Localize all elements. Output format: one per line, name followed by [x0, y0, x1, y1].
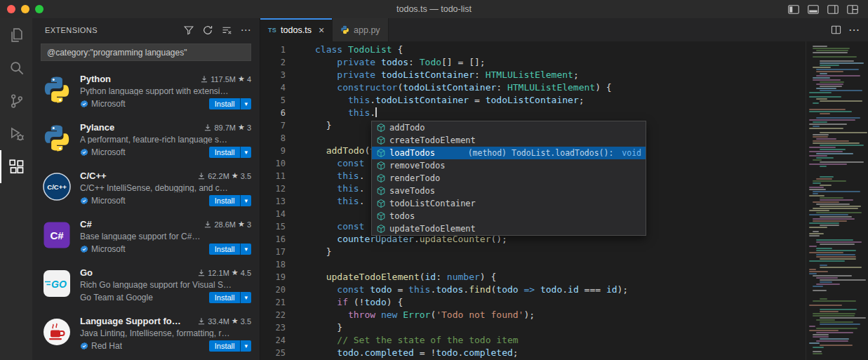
suggest-item[interactable]: saveTodos — [372, 185, 646, 197]
line-number[interactable]: 17 — [260, 246, 286, 258]
extension-list-item[interactable]: Pylance 89.7M ★ 3 A performant, feature-… — [32, 116, 260, 164]
line-number[interactable]: 24 — [260, 334, 286, 347]
line-number[interactable]: 16 — [260, 233, 286, 246]
install-button[interactable]: Install ▾ — [209, 195, 251, 206]
install-dropdown-chevron[interactable]: ▾ — [240, 292, 251, 303]
activity-explorer[interactable] — [0, 18, 32, 51]
install-button[interactable]: Install ▾ — [209, 147, 251, 158]
toggle-primary-sidebar-icon[interactable] — [788, 5, 799, 14]
line-number[interactable]: 15 — [260, 220, 286, 233]
minimap-line — [820, 199, 853, 201]
line-number[interactable]: 19 — [260, 271, 286, 284]
line-number[interactable]: 9 — [260, 145, 286, 157]
line-number[interactable]: 13 — [260, 195, 286, 208]
extension-list-item[interactable]: GO Go 12.1M ★ 4.5 Rich Go language suppo… — [32, 261, 260, 309]
tab-todos-ts[interactable]: TS todos.ts × — [260, 18, 333, 41]
install-button[interactable]: Install ▾ — [209, 292, 251, 303]
code-line[interactable]: class TodoList { — [315, 44, 806, 56]
install-button[interactable]: Install ▾ — [209, 340, 251, 352]
minimap[interactable] — [806, 41, 868, 360]
editor-more-actions-icon[interactable]: ⋯ — [848, 25, 860, 35]
line-number[interactable]: 10 — [260, 157, 286, 170]
code-line[interactable]: todo.completed = !todo.completed; — [315, 347, 806, 359]
code-line[interactable]: if (!todo) { — [315, 296, 806, 309]
line-number[interactable]: 2 — [260, 56, 286, 69]
filter-icon[interactable] — [182, 23, 196, 37]
line-number[interactable]: 22 — [260, 309, 286, 321]
line-number[interactable]: 6 — [260, 107, 286, 119]
tab-bar: TS todos.ts × app.py ⋯ — [260, 18, 868, 41]
install-dropdown-chevron[interactable]: ▾ — [240, 98, 251, 109]
minimap-line — [820, 265, 827, 266]
close-window-button[interactable] — [7, 5, 15, 13]
code-line[interactable]: // Set the state of the todo item — [315, 334, 806, 347]
code-line[interactable]: this. — [315, 107, 806, 119]
suggest-item[interactable]: todos — [372, 210, 646, 222]
line-number[interactable]: 21 — [260, 296, 286, 309]
suggest-item[interactable]: loadTodos (method) TodoList.loadTodos():… — [372, 147, 646, 159]
code-line[interactable] — [315, 258, 806, 271]
toggle-panel-icon[interactable] — [808, 5, 819, 14]
code-line[interactable]: constructor(todoListContainer: HTMLUList… — [315, 81, 806, 94]
code-line[interactable]: updateTodoElement(id: number) { — [315, 271, 806, 284]
line-number[interactable]: 20 — [260, 284, 286, 296]
install-button[interactable]: Install ▾ — [209, 244, 251, 255]
code-line[interactable]: throw new Error('Todo not found'); — [315, 309, 806, 321]
line-number[interactable]: 11 — [260, 170, 286, 182]
extension-list-item[interactable]: C/C++ C/C++ 62.2M ★ 3.5 C/C++ IntelliSen… — [32, 164, 260, 213]
code-line[interactable]: } — [315, 321, 806, 334]
line-number[interactable]: 1 — [260, 44, 286, 56]
suggest-item[interactable]: removeTodos — [372, 159, 646, 172]
line-number[interactable]: 14 — [260, 208, 286, 220]
tab-app-py[interactable]: app.py — [333, 18, 389, 41]
close-tab-icon[interactable]: × — [319, 25, 324, 35]
line-number[interactable]: 25 — [260, 347, 286, 359]
minimize-window-button[interactable] — [21, 5, 29, 13]
code-line[interactable]: const todo = this.todos.find(todo => tod… — [315, 284, 806, 296]
code-line[interactable]: } — [315, 246, 806, 258]
install-dropdown-chevron[interactable]: ▾ — [240, 195, 251, 206]
extension-list-item[interactable]: Language Support fo… 33.4M ★ 3.5 Java Li… — [32, 309, 260, 358]
extension-list-item[interactable]: C# C# 28.6M ★ 3 Base language support fo… — [32, 213, 260, 261]
zoom-window-button[interactable] — [35, 5, 44, 13]
line-number[interactable]: 23 — [260, 321, 286, 334]
install-dropdown-chevron[interactable]: ▾ — [240, 147, 251, 158]
line-number[interactable]: 8 — [260, 132, 286, 145]
activity-run-debug[interactable] — [0, 117, 32, 150]
line-number[interactable]: 4 — [260, 81, 286, 94]
code-line[interactable]: this.todoListContainer = todoListContain… — [315, 94, 806, 107]
clear-all-icon[interactable] — [220, 23, 234, 37]
line-number[interactable]: 3 — [260, 69, 286, 81]
line-number[interactable]: 5 — [260, 94, 286, 107]
install-dropdown-chevron[interactable]: ▾ — [240, 340, 251, 352]
suggest-item[interactable]: updateTodoElement — [372, 222, 646, 235]
line-number[interactable]: 7 — [260, 119, 286, 132]
line-number[interactable]: 18 — [260, 258, 286, 271]
code-line[interactable]: private todos: Todo[] = []; — [315, 56, 806, 69]
minimap-line — [809, 271, 828, 272]
line-numbers-gutter[interactable]: 1234567891011121314151617181920212223242… — [260, 41, 291, 360]
extension-name: Language Support fo… — [80, 316, 181, 326]
code-line[interactable]: private todoListContainer: HTMLUListElem… — [315, 69, 806, 81]
activity-search[interactable] — [0, 51, 32, 84]
more-actions-icon[interactable]: ⋯ — [239, 23, 253, 37]
rating-star-icon: ★ — [238, 74, 245, 84]
activity-source-control[interactable] — [0, 84, 32, 117]
minimap-line — [820, 176, 834, 178]
suggest-item[interactable]: addTodo — [372, 121, 646, 134]
activity-extensions[interactable] — [0, 150, 32, 183]
refresh-icon[interactable] — [201, 23, 215, 37]
extension-list-item[interactable]: Python 117.5M ★ 4 Python language suppor… — [32, 67, 260, 116]
split-editor-icon[interactable] — [831, 25, 841, 35]
install-button[interactable]: Install ▾ — [209, 98, 251, 109]
extensions-icon — [9, 159, 25, 175]
install-dropdown-chevron[interactable]: ▾ — [240, 244, 251, 255]
customize-layout-icon[interactable] — [847, 5, 858, 14]
line-number[interactable]: 12 — [260, 182, 286, 195]
extensions-search-input[interactable] — [41, 44, 251, 61]
toggle-secondary-sidebar-icon[interactable] — [827, 5, 839, 14]
suggest-item[interactable]: createTodoElement — [372, 134, 646, 147]
minimap-line — [813, 56, 857, 58]
suggest-item[interactable]: renderTodo — [372, 172, 646, 185]
suggest-item[interactable]: todoListContainer — [372, 197, 646, 210]
